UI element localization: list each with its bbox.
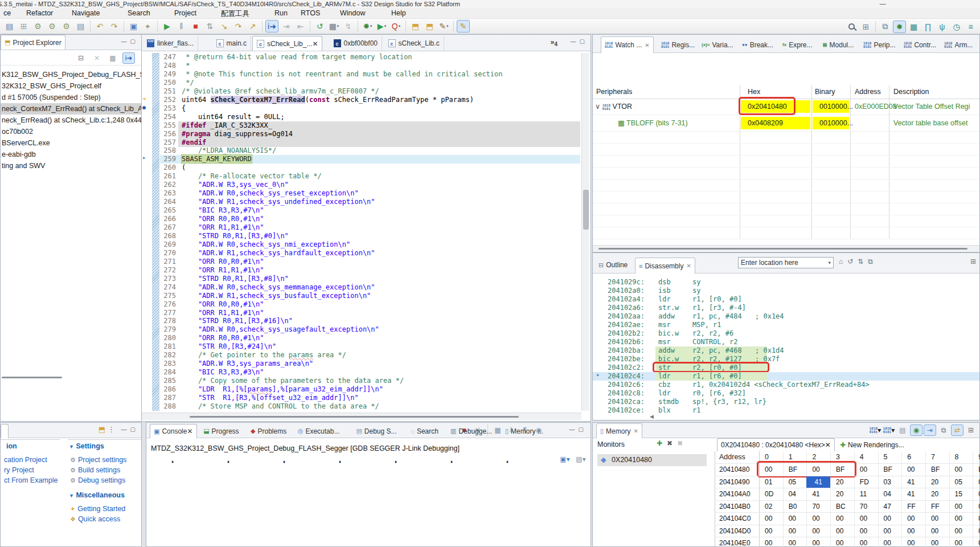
tab-problems[interactable]: ◆Problems [247, 424, 290, 438]
memory-cell[interactable]: 00 [806, 537, 830, 547]
memory-cell[interactable]: 00 [830, 537, 854, 547]
peripheral-row-vtor[interactable]: ∨ 10100101 VTOR0x204104800010000...0xE00… [593, 99, 979, 115]
code-line[interactable]: 285 /* Copy some of the parameters to th… [142, 377, 580, 385]
memory-cell[interactable]: 00 [878, 537, 902, 547]
memory-cell[interactable]: 00 [830, 525, 854, 538]
memory-monitor-item[interactable]: ◆ 0X20410480 [597, 454, 707, 466]
redo-icon[interactable]: ↷ [108, 20, 121, 32]
peripheral-row-tbloff[interactable]: ▦ TBLOFF (bits 7-31)0x04082090010000...V… [593, 115, 979, 132]
code-line[interactable]: 260( [142, 164, 580, 172]
code-line[interactable]: 258 /*LDRA_NOANALYSIS*/ [142, 146, 580, 155]
disassembly-line[interactable]: 204102aa:addwr1, pc, #484; 0x1e4 [593, 312, 979, 321]
tab-console[interactable]: ▣Console✕ [150, 424, 197, 438]
debug-perspective-icon[interactable]: ✹ [893, 21, 906, 33]
hex-format-icon[interactable]: 10100101▾ [869, 424, 881, 436]
resume-icon[interactable]: ▶ [161, 20, 174, 32]
dashboard-link-ctfromexample[interactable]: ct From Example [4, 476, 58, 484]
switch-layout-icon[interactable]: ⇄ [951, 424, 963, 436]
memory-cell[interactable]: 00 [854, 513, 878, 525]
import-project-icon[interactable]: ⬒ [99, 425, 105, 434]
new-memory-view-icon[interactable]: ▤ [896, 424, 909, 436]
memory-cell[interactable]: 20 [830, 476, 854, 489]
disassembly-line[interactable]: 204102ca:stmdbsp!, {r3, r12, lr} [593, 398, 979, 406]
memory-cell[interactable]: 00 [973, 537, 980, 547]
memory-cell[interactable]: 00 [783, 537, 807, 547]
new-menu-icon[interactable]: ⊞ [17, 20, 30, 32]
explorer-minmax-buttons[interactable]: —▢ [121, 38, 139, 44]
code-line[interactable]: 261 /* Re-allocate vector table */ [142, 172, 580, 181]
disassembly-line[interactable]: 2041029c:dsbsy [593, 278, 979, 287]
open-resource-icon[interactable]: ⬒ [423, 20, 436, 32]
memory-cell[interactable]: 20 [925, 476, 949, 489]
memory-cell[interactable]: 41 [806, 476, 830, 489]
memory-cell[interactable]: 00 [925, 537, 949, 547]
section-heading-miscellaneous[interactable]: ▼ Miscellaneous [69, 491, 125, 499]
disassembly-toolbar-icons[interactable]: ⌂↺⇅⧉ [839, 258, 878, 266]
disassembly-line[interactable]: 204102a0:isbsy [593, 287, 979, 295]
debug-icon[interactable]: ✹▾ [361, 20, 374, 32]
close-icon[interactable]: ✕ [187, 427, 192, 435]
memory-cell[interactable]: FF [925, 501, 949, 513]
annotate-icon[interactable]: ✎▾ [437, 20, 450, 32]
memory-cell[interactable]: 00 [973, 525, 980, 538]
collapse-all-icon[interactable]: ⊟ [75, 52, 87, 64]
memory-cell[interactable]: 00 [854, 464, 878, 476]
memory-cell[interactable]: BF [973, 464, 980, 476]
code-line[interactable]: 249 * @note This function is not reentra… [142, 70, 580, 79]
memory-cell[interactable]: 05 [949, 476, 973, 489]
code-line[interactable]: 254 uint64 result = 0ULL; [142, 113, 580, 121]
code-editor[interactable]: 247 * @return 64-bit value read from tar… [142, 53, 580, 411]
memory-cell[interactable]: 15 [949, 488, 973, 501]
code-line[interactable]: 281 "STR R0,[R3,#24]\n" [142, 342, 580, 351]
disassembly-line[interactable]: 204102be:bic.wr2, r2, #127; 0x7f [593, 355, 979, 364]
tab-new-renderings[interactable]: ✚ New Renderings... [837, 438, 908, 451]
tab-varia[interactable]: (x)=Varia... [698, 36, 737, 53]
attach-core-icon[interactable]: ▦▾ [327, 20, 341, 32]
disassembly-line[interactable]: ➤204102c4:ldrr1, [r6, #0] [593, 372, 979, 381]
open-console-icon[interactable]: ▤▾ [575, 454, 587, 465]
new-c-file-icon[interactable]: ▤ [74, 20, 87, 32]
disassembly-line[interactable]: 204102b6:msrCONTROL, r2 [593, 338, 979, 346]
dashboard-link-gettingstarted[interactable]: ✦Getting Started [70, 505, 125, 513]
column-header-peripherals[interactable]: Peripherals [596, 85, 632, 99]
memory-row[interactable]: 2041049001054120FD0341200505 [715, 476, 979, 488]
memory-cell[interactable]: FD [854, 476, 878, 489]
code-line[interactable]: 270 "ADR.W R1,scheck_sys_hardfault_excep… [142, 249, 580, 258]
disassembly-line[interactable]: 204102b2:bic.wr2, r2, #6 [593, 329, 979, 338]
dashboard-minmax-buttons[interactable]: —▢ [121, 426, 139, 432]
tab-project-explorer[interactable]: ⬒ Project Explorer [1, 35, 65, 50]
code-line[interactable]: 273 "STRD R0,R1,[R3,#8]\n" [142, 275, 580, 283]
run-icon[interactable]: ▶▾ [375, 20, 388, 32]
memory-cell[interactable]: 00 [806, 525, 830, 538]
dashboard-link-cationproject[interactable]: cation Project [4, 456, 47, 464]
dashboard-link-debugsettings[interactable]: ⚙Debug settings [70, 476, 125, 484]
instruction-stepping-icon[interactable]: i➜ [265, 20, 278, 32]
tab-contr[interactable]: 10100101Contr... [900, 36, 940, 53]
code-line[interactable]: 253●{ [142, 104, 580, 113]
code-line[interactable]: 263 "ADR.W R0,scheck_sys_reset_exception… [142, 189, 580, 198]
menu-RTOS[interactable]: RTOS [301, 9, 320, 17]
editor-tab-sCheckLib[interactable]: csCheck_Lib_...✕ [252, 36, 322, 51]
link-side-effects-icon[interactable]: ⇥ [924, 424, 936, 436]
menu-Help[interactable]: Help [391, 9, 406, 17]
debug-tree-item[interactable]: BServerCL.exe [1, 137, 142, 149]
close-icon[interactable]: ✕ [825, 441, 831, 449]
memory-cell[interactable]: 00 [854, 525, 878, 538]
filters-icon[interactable]: ▩ [106, 52, 119, 64]
dashboard-link-buildsettings[interactable]: ⚙Build settings [70, 466, 120, 474]
dashboard-tab-sliver[interactable] [1, 424, 9, 438]
code-line[interactable]: 277 "ORR R1,R1,#1\n" [142, 309, 580, 317]
table-layout-icon[interactable]: ⊞ [965, 424, 977, 436]
console-minmax-buttons[interactable]: —▢ [569, 426, 587, 432]
code-line[interactable]: 284 "BIC R3,R3,#3\n" [142, 368, 580, 377]
memory-cell[interactable]: 03 [878, 476, 902, 489]
step-over-icon[interactable]: ↷ [232, 20, 245, 32]
memory-cell[interactable]: FF [901, 501, 925, 513]
memory-cell[interactable]: BC [830, 501, 854, 513]
debug-tree-item[interactable]: neck_ErrRead() at sCheck_Lib.c:1,248 0x4… [1, 115, 142, 126]
memory-cell[interactable]: 02 [759, 501, 783, 513]
disassembly-line[interactable]: 204102a6:str.wr1, [r3, #-4] [593, 304, 979, 312]
chip-perspective-icon[interactable]: ▦ [907, 21, 920, 33]
column-header-description[interactable]: Description [893, 85, 929, 99]
search-icon[interactable] [845, 21, 858, 33]
